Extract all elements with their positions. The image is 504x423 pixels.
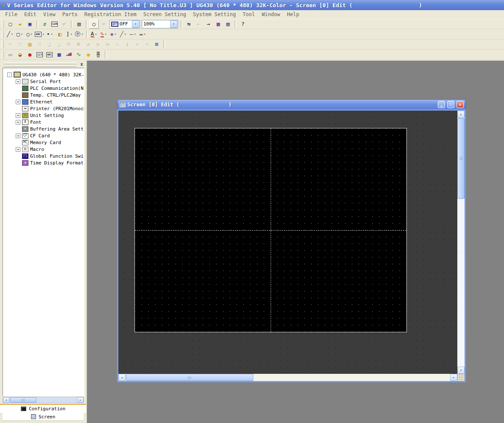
chevron-down-icon[interactable]: ▾ [114,33,118,36]
maximize-button[interactable]: □ [447,101,454,108]
tree-item-memory-card[interactable]: MCMemory Card [3,139,84,146]
tree-expander[interactable]: + [16,147,20,152]
zoom-button[interactable]: ○ [89,19,99,29]
menu-parts[interactable]: Parts [59,11,81,18]
numeric-display-part-button[interactable]: 123 [35,50,45,59]
tree-item-font[interactable]: +AFont [3,119,84,125]
pen-color-button[interactable]: ✎▾ [99,30,109,39]
scroll-up-button[interactable]: ▴ [457,111,465,118]
char-display-part-button[interactable]: ABC [45,50,54,59]
lamp-part-button[interactable]: ◒ [15,50,25,59]
tree-item-cf-card[interactable]: +CFCF Card [3,132,84,139]
menu-screen-setting[interactable]: Screen Setting [140,11,190,18]
tree-expander[interactable]: + [16,79,20,84]
tree-item-temp-ctrl[interactable]: Temp. CTRL/PLC2Way [3,92,84,98]
resize-grip[interactable] [457,374,465,381]
chevron-down-icon[interactable]: ▾ [30,33,34,36]
chevron-down-icon[interactable]: ▾ [170,20,177,28]
screen-list-button[interactable]: ▦ [213,19,223,29]
scroll-right-button[interactable]: ▸ [450,374,457,381]
tab-configuration[interactable]: Configuration [0,405,86,413]
date-display-part-button[interactable]: DD MM YY [93,50,103,59]
menu-help[interactable]: Help [283,11,302,18]
scrollbar-horizontal[interactable]: ◂ ▸ [118,374,457,381]
chevron-down-icon[interactable]: ▾ [94,33,98,36]
tree-expander[interactable]: - [7,72,12,77]
close-button[interactable]: ✕ [456,101,464,108]
text-tool-button[interactable]: ABC▾ [35,30,45,39]
menu-edit[interactable]: Edit [21,11,40,18]
edit-canvas[interactable] [118,111,457,374]
minimize-button[interactable]: ▁ [438,101,445,108]
chevron-down-icon[interactable]: ▾ [123,33,127,36]
tree-expander[interactable]: + [16,120,20,125]
tree-item-ug430-root[interactable]: -UG430 (640 * 480) 32K- [3,71,84,78]
tree-item-time-display-format[interactable]: ◔Time Display Format [3,159,84,166]
transfer-button[interactable]: ⇵ [40,19,50,29]
print-button[interactable]: ▤ [74,19,84,29]
line-tool-button[interactable]: ╱▾ [6,30,15,39]
menu-file[interactable]: File [2,11,21,18]
grid-combo[interactable]: OFFOFF▾ [109,20,140,28]
tree-item-serial-port[interactable]: +Serial Port [3,78,84,85]
tree-item-ethernet[interactable]: +Ethernet [3,98,84,105]
char-color-button[interactable]: A▾ [90,30,99,39]
chevron-down-icon[interactable]: ▾ [133,33,137,36]
chevron-down-icon[interactable]: ▾ [20,33,24,36]
scrollbar-vertical[interactable]: ▴ ▾ [457,111,465,374]
tree-item-buffering-area[interactable]: ≡Buffering Area Sett [3,125,84,132]
panel-close-button[interactable]: x [79,61,84,67]
chevron-down-icon[interactable]: ▾ [42,33,45,36]
scroll-left-button[interactable]: ◂ [118,374,126,381]
zoom-combo[interactable]: 100%▾ [142,20,178,28]
tree-item-unit-setting[interactable]: +☼Unit Setting [3,112,84,119]
chevron-down-icon[interactable]: ▾ [143,33,147,36]
scroll-right-button[interactable]: ▸ [77,397,84,403]
item-list-button[interactable]: ▤ [223,19,233,29]
alarm-lamp-part-button[interactable]: ● [25,50,35,59]
tree-item-macro[interactable]: +≣Macro [3,146,84,153]
chevron-down-icon[interactable]: ▾ [10,33,14,36]
chevron-down-icon[interactable]: ▾ [132,20,139,28]
rect-tool-button[interactable]: □▾ [15,30,25,39]
scroll-down-button[interactable]: ▾ [457,367,465,374]
new-file-button[interactable]: ▢ [6,19,15,29]
chevron-down-icon[interactable]: ▾ [104,33,108,36]
tab-screen[interactable]: Screen [3,413,84,421]
line-type-button[interactable]: ╱▾ [119,30,129,39]
tree-scrollbar-horizontal[interactable]: ◂ ▸ [3,397,84,403]
tree-item-global-function-switch[interactable]: F1Global Function Swi [3,153,84,159]
window-titlebar[interactable]: Screen [0] Edit ( ) ▁ □ ✕ [117,99,466,109]
alarm-bell-part-button[interactable]: ◉ [84,50,93,59]
scrollbar-thumb[interactable] [126,374,253,381]
scrollbar-thumb[interactable] [10,397,36,403]
palette-button[interactable]: ❖▾ [109,30,119,39]
menu-registration-item[interactable]: Registration Item [81,11,140,18]
select-mode-button[interactable]: ⊠ [152,40,162,49]
help-button[interactable]: ? [238,19,248,29]
ellipse-tool-button[interactable]: ○▾ [25,30,35,39]
tree-item-plc-communication[interactable]: PLC Communication(N [3,85,84,92]
dot-tool-button[interactable]: •▾ [45,30,55,39]
open-file-button[interactable]: ▰ [15,19,25,29]
tree-expander[interactable]: + [16,113,20,118]
scroll-left-button[interactable]: ◂ [3,397,9,403]
menu-tool[interactable]: Tool [239,11,258,18]
tree-item-printer[interactable]: ▬Printer (PR201Monoch [3,105,84,112]
chevron-down-icon[interactable]: ▾ [80,33,84,36]
chevron-down-icon[interactable]: ▾ [50,33,54,36]
next-screen-button[interactable]: → [204,19,213,29]
fill-pattern-button[interactable]: ▬▾ [138,30,148,39]
scale-tool-button[interactable]: ]▾ [65,30,75,39]
switch-part-button[interactable]: ▭ [6,50,15,59]
graph-part-button[interactable]: ▂▅▇ [64,50,74,59]
simulator-button[interactable]: SIM [50,19,59,29]
save-button[interactable]: ▣ [25,19,35,29]
jump-button[interactable]: ⇆ [184,19,194,29]
screen-area[interactable] [135,128,406,332]
parts-place-button[interactable]: Ⓟ▾ [75,30,84,39]
paste-button[interactable]: ▤ [25,40,35,49]
keypad-part-button[interactable]: ▦ [54,50,64,59]
paint-tool-button[interactable]: ◧ [55,30,65,39]
chevron-down-icon[interactable]: ▾ [70,33,73,36]
